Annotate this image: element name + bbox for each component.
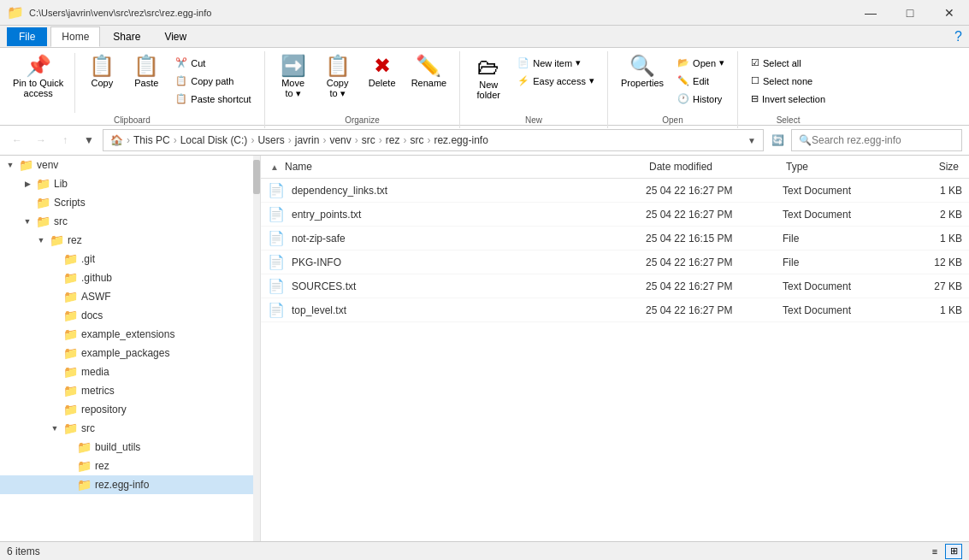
tab-file[interactable]: File <box>7 27 47 46</box>
ribbon-tabs: File Home Share View ? <box>0 26 969 48</box>
breadcrumb-users[interactable]: Users <box>257 134 284 146</box>
breadcrumb-javrin[interactable]: javrin <box>295 134 320 146</box>
table-row[interactable]: 📄 dependency_links.txt 25 04 22 16:27 PM… <box>261 179 969 203</box>
recent-button[interactable]: ▼ <box>79 130 99 150</box>
sidebar-item-docs[interactable]: 📁 docs <box>0 306 260 325</box>
breadcrumb-this-pc[interactable]: This PC <box>133 134 170 146</box>
search-input[interactable] <box>812 134 954 146</box>
sidebar-item-scripts[interactable]: 📁 Scripts <box>0 193 260 212</box>
file-date: 25 04 22 16:27 PM <box>646 256 783 268</box>
sort-button[interactable]: ▲ <box>268 160 281 174</box>
file-date: 25 04 22 16:27 PM <box>646 209 783 221</box>
copy-button[interactable]: 📋 Copy <box>80 51 123 92</box>
ribbon: 📌 Pin to Quick access 📋 Copy 📋 Paste ✂️ … <box>0 48 969 126</box>
breadcrumb-rez[interactable]: rez <box>386 134 400 146</box>
invert-selection-button[interactable]: ⊟ Invert selection <box>745 91 831 107</box>
edit-icon: ✏️ <box>677 75 689 86</box>
new-folder-button[interactable]: 🗁 Newfolder <box>467 51 510 104</box>
new-item-button[interactable]: 📄 New item ▾ <box>511 55 600 71</box>
sidebar-item-rez[interactable]: ▼ 📁 rez <box>0 231 260 250</box>
sidebar-item-aswf[interactable]: 📁 ASWF <box>0 287 260 306</box>
forward-button[interactable]: → <box>31 130 51 150</box>
sidebar-item-src-venv[interactable]: ▼ 📁 src <box>0 212 260 231</box>
copy-icon: 📋 <box>89 56 115 76</box>
tab-view[interactable]: View <box>153 27 198 47</box>
sidebar-item-rez-inner[interactable]: 📁 rez <box>0 457 260 475</box>
table-row[interactable]: 📄 SOURCES.txt 25 04 22 16:27 PM Text Doc… <box>261 274 969 298</box>
sidebar-item-rez-egg-info[interactable]: 📁 rez.egg-info <box>0 475 260 494</box>
file-size: 2 KB <box>894 209 962 221</box>
sidebar-item-metrics[interactable]: 📁 metrics <box>0 381 260 400</box>
table-row[interactable]: 📄 not-zip-safe 25 04 22 16:15 PM File 1 … <box>261 227 969 251</box>
history-button[interactable]: 🕐 History <box>671 91 730 107</box>
breadcrumb-src1[interactable]: src <box>362 134 375 146</box>
minimize-button[interactable]: — <box>851 0 890 26</box>
delete-button[interactable]: ✖ Delete <box>361 51 404 92</box>
sidebar-item-venv[interactable]: ▼ 📁 venv <box>0 156 260 174</box>
sidebar-item-media[interactable]: 📁 media <box>0 363 260 381</box>
home-icon: 🏠 <box>110 134 123 146</box>
col-header-size[interactable]: Size <box>894 159 962 174</box>
file-icon: 📄 <box>268 230 285 246</box>
sidebar-item-example-pkg[interactable]: 📁 example_packages <box>0 344 260 363</box>
open-icon: 📂 <box>677 57 689 68</box>
col-header-name[interactable]: Name <box>281 159 646 174</box>
file-list: ▲ Name Date modified Type Size 📄 depende… <box>261 156 969 541</box>
tab-home[interactable]: Home <box>50 27 100 47</box>
up-button[interactable]: ↑ <box>55 130 75 150</box>
breadcrumb-venv[interactable]: venv <box>329 134 351 146</box>
cut-button[interactable]: ✂️ Cut <box>169 55 257 71</box>
pin-to-quick-access-button[interactable]: 📌 Pin to Quick access <box>7 51 69 103</box>
table-row[interactable]: 📄 entry_points.txt 25 04 22 16:27 PM Tex… <box>261 203 969 227</box>
open-button[interactable]: 📂 Open ▾ <box>671 55 730 71</box>
tab-share[interactable]: Share <box>102 27 151 47</box>
close-button[interactable]: ✕ <box>930 0 969 26</box>
help-icon[interactable]: ? <box>954 29 962 44</box>
paste-button[interactable]: 📋 Paste <box>125 51 168 92</box>
breadcrumb-rez-egg-info[interactable]: rez.egg-info <box>434 134 487 146</box>
refresh-button[interactable]: 🔄 <box>767 130 788 150</box>
rename-button[interactable]: ✏️ Rename <box>405 51 453 92</box>
view-buttons: ≡ ⊞ <box>926 544 962 559</box>
col-header-type[interactable]: Type <box>783 159 894 174</box>
easy-access-icon: ⚡ <box>517 75 529 86</box>
dropdown-arrow-icon[interactable]: ▼ <box>747 136 756 145</box>
edit-button[interactable]: ✏️ Edit <box>671 73 730 89</box>
file-size: 27 KB <box>894 280 962 292</box>
back-button[interactable]: ← <box>7 130 27 150</box>
sidebar-item-git[interactable]: 📁 .git <box>0 250 260 268</box>
folder-icon: 📁 <box>36 215 50 228</box>
sidebar: ▼ 📁 venv ▶ 📁 Lib 📁 Scripts ▼ 📁 src ▼ 📁 r… <box>0 156 261 541</box>
sidebar-item-repository[interactable]: 📁 repository <box>0 400 260 419</box>
breadcrumb-src2[interactable]: src <box>410 134 423 146</box>
file-icon: 📄 <box>268 302 285 318</box>
properties-button[interactable]: 🔍 Properties <box>615 51 670 92</box>
table-row[interactable]: 📄 top_level.txt 25 04 22 16:27 PM Text D… <box>261 298 969 322</box>
address-path[interactable]: 🏠 › This PC › Local Disk (C:) › Users › … <box>103 129 764 151</box>
sidebar-item-github[interactable]: 📁 .github <box>0 268 260 287</box>
search-box[interactable]: 🔍 <box>791 129 962 151</box>
copy-to-button[interactable]: 📋 Copyto ▾ <box>316 51 359 103</box>
table-row[interactable]: 📄 PKG-INFO 25 04 22 16:27 PM File 12 KB <box>261 251 969 274</box>
move-to-button[interactable]: ➡️ Moveto ▾ <box>272 51 315 103</box>
select-all-button[interactable]: ☑ Select all <box>745 55 831 71</box>
folder-icon: 📁 <box>77 440 92 454</box>
easy-access-button[interactable]: ⚡ Easy access ▾ <box>511 73 600 89</box>
sidebar-label: ASWF <box>81 291 111 303</box>
sidebar-label: build_utils <box>95 441 140 453</box>
sidebar-item-src-rez[interactable]: ▼ 📁 src <box>0 419 260 438</box>
sidebar-item-lib[interactable]: ▶ 📁 Lib <box>0 174 260 193</box>
folder-icon: 📁 <box>63 421 78 435</box>
sidebar-item-example-ext[interactable]: 📁 example_extensions <box>0 325 260 344</box>
maximize-button[interactable]: □ <box>890 0 930 26</box>
sidebar-item-build-utils[interactable]: 📁 build_utils <box>0 438 260 457</box>
paste-shortcut-button[interactable]: 📋 Paste shortcut <box>169 91 257 107</box>
file-icon: 📄 <box>268 278 285 294</box>
breadcrumb-local-disk[interactable]: Local Disk (C:) <box>180 134 248 146</box>
details-view-button[interactable]: ≡ <box>926 544 943 559</box>
copy-path-button[interactable]: 📋 Copy path <box>169 73 257 89</box>
col-header-date[interactable]: Date modified <box>646 159 783 174</box>
sidebar-scrollbar[interactable] <box>253 156 260 541</box>
select-none-button[interactable]: ☐ Select none <box>745 73 831 89</box>
large-icons-view-button[interactable]: ⊞ <box>945 544 962 559</box>
